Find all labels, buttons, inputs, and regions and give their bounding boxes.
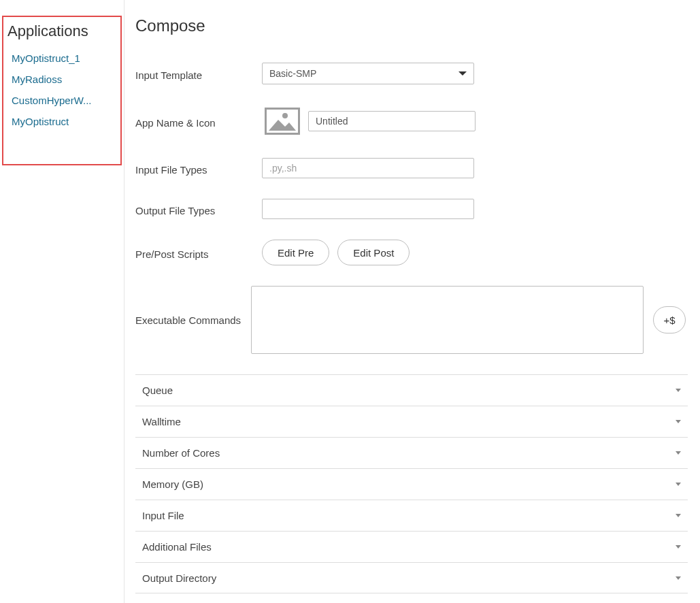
accordion-queue[interactable]: Queue (135, 374, 688, 406)
accordion-input-file[interactable]: Input File (135, 500, 688, 531)
app-item-myradioss[interactable]: MyRadioss (12, 74, 114, 85)
accordion-label: Input File (142, 510, 184, 521)
sidebar-title: Applications (7, 22, 116, 40)
input-file-types[interactable] (262, 158, 474, 178)
select-input-template[interactable]: Basic-SMP (262, 63, 474, 84)
app-icon-placeholder[interactable] (262, 105, 303, 137)
add-variable-button[interactable]: +$ (653, 306, 686, 333)
accordion-walltime[interactable]: Walltime (135, 406, 688, 437)
label-input-template: Input Template (135, 67, 262, 81)
accordion-cores[interactable]: Number of Cores (135, 437, 688, 468)
chevron-down-icon (676, 483, 681, 486)
chevron-down-icon (676, 451, 681, 455)
label-exec-commands: Executable Commands (135, 314, 251, 326)
label-app-name: App Name & Icon (135, 114, 262, 129)
image-placeholder-icon (262, 105, 303, 137)
edit-post-button[interactable]: Edit Post (337, 240, 410, 265)
accordion-label: Number of Cores (142, 447, 220, 459)
chevron-down-icon (459, 71, 467, 76)
chevron-down-icon (676, 420, 681, 423)
input-app-name[interactable] (308, 111, 476, 131)
label-scripts: Pre/Post Scripts (135, 246, 262, 260)
accordion-label: Walltime (142, 416, 181, 427)
app-item-myoptistruct[interactable]: MyOptistruct (12, 116, 114, 127)
label-input-file-types: Input File Types (135, 161, 262, 176)
row-input-template: Input Template Basic-SMP (135, 63, 700, 84)
row-output-file-types: Output File Types (135, 199, 700, 219)
chevron-down-icon (676, 545, 681, 549)
accordion-output-directory[interactable]: Output Directory (135, 562, 688, 593)
svg-point-2 (282, 113, 288, 118)
edit-pre-button[interactable]: Edit Pre (262, 240, 329, 265)
applications-panel: Applications MyOptistruct_1 MyRadioss Cu… (2, 16, 122, 165)
row-input-file-types: Input File Types (135, 158, 700, 178)
accordion-label: Output Directory (142, 572, 216, 584)
output-file-types[interactable] (262, 199, 474, 219)
accordion-label: Additional Files (142, 541, 212, 553)
row-scripts: Pre/Post Scripts Edit Pre Edit Post (135, 240, 700, 265)
sidebar: Applications MyOptistruct_1 MyRadioss Cu… (0, 0, 124, 603)
accordion-label: Queue (142, 385, 173, 396)
accordion-memory[interactable]: Memory (GB) (135, 468, 688, 500)
accordion-label: Memory (GB) (142, 478, 203, 490)
chevron-down-icon (676, 576, 681, 580)
chevron-down-icon (676, 514, 681, 517)
accordion-additional-files[interactable]: Additional Files (135, 531, 688, 562)
accordion: Queue Walltime Number of Cores Memory (G… (135, 374, 688, 593)
textarea-exec-commands[interactable] (251, 286, 644, 354)
main-content: Compose Input Template Basic-SMP App Nam… (124, 0, 700, 603)
chevron-down-icon (676, 389, 681, 392)
select-input-template-value: Basic-SMP (269, 68, 316, 79)
row-exec-commands: Executable Commands +$ (135, 286, 700, 354)
app-item-customhyperw[interactable]: CustomHyperW... (12, 95, 114, 106)
app-item-myoptistruct-1[interactable]: MyOptistruct_1 (12, 52, 114, 64)
page-title: Compose (135, 16, 700, 35)
label-output-file-types: Output File Types (135, 202, 262, 216)
row-app-name: App Name & Icon (135, 105, 700, 137)
